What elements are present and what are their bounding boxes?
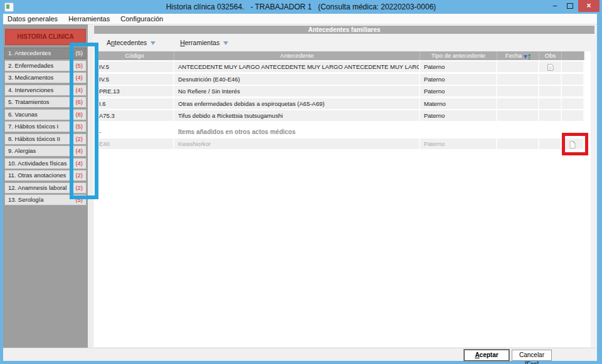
- cell-extra: [562, 138, 584, 149]
- sidebar-item-alergias[interactable]: 9. Alergias(4): [4, 145, 87, 157]
- item-count: (4): [75, 159, 83, 169]
- cell-tipo: Materno: [420, 98, 497, 109]
- cell-obs: [539, 74, 562, 85]
- item-count: (4): [75, 146, 83, 156]
- cell-extra: [562, 61, 584, 72]
- item-count: (5): [75, 61, 83, 71]
- sidebar-item-anamnesis-laboral[interactable]: 12. Anamnesis laboral(2): [4, 182, 87, 194]
- menu-item-configuracion[interactable]: Configuración: [116, 14, 167, 24]
- antecedentes-dropdown[interactable]: Antecedentes: [107, 39, 156, 46]
- cell-obs: [539, 138, 562, 149]
- sidebar-item-vacunas[interactable]: 6. Vacunas(8): [4, 109, 87, 120]
- item-count: (4): [75, 73, 83, 83]
- column-header-fecha[interactable]: FechaAZ: [497, 51, 539, 60]
- herramientas-dropdown[interactable]: Herramientas: [180, 39, 228, 46]
- sidebar-item-label: 6. Vacunas: [8, 110, 38, 120]
- cell-tipo: Paterno: [420, 86, 497, 96]
- table-row[interactable]: IV.5 ANTECEDENTE MUY LARGO ANTECEDENTE M…: [95, 61, 584, 72]
- sidebar-item-actividades-fisicas[interactable]: 10. Actividades físicas(4): [4, 158, 87, 169]
- item-count: (2): [75, 183, 83, 193]
- sidebar-item-habitos-toxicos-2[interactable]: 8. Hábitos tóxicos II(2): [4, 133, 87, 145]
- sidebar-item-label: 12. Anamnesis laboral: [8, 183, 66, 193]
- sidebar-item-intervenciones[interactable]: 4. Intervenciones(4): [4, 85, 87, 96]
- cancelar-button[interactable]: Cancelar [Esc]: [512, 350, 552, 361]
- button-label: ceptar: [480, 351, 499, 358]
- content-area: HISTORIA CLINICA 1. Antecedentes(5) 2. E…: [3, 24, 597, 348]
- cell-fecha: [497, 98, 539, 109]
- column-header-codigo[interactable]: Código: [95, 51, 174, 60]
- sidebar: HISTORIA CLINICA 1. Antecedentes(5) 2. E…: [3, 24, 88, 348]
- table-row-added[interactable]: E40 Kwashiorkor Paterno: [95, 138, 584, 149]
- document-icon[interactable]: [569, 140, 576, 149]
- column-header-antecedente[interactable]: Antecedente: [174, 51, 420, 60]
- maximize-icon: [567, 3, 573, 9]
- main-panel: Antecedentes familiares Antecedentes Her…: [93, 24, 597, 348]
- chevron-down-icon: [150, 41, 156, 45]
- minimize-button[interactable]: –: [548, 0, 562, 12]
- column-header-tipo[interactable]: Tipo de antecedente: [420, 51, 497, 60]
- cell-codigo: IV.5: [95, 61, 174, 72]
- chevron-down-icon: [223, 41, 228, 45]
- cell-obs: [539, 86, 562, 96]
- item-count: (5): [75, 48, 83, 58]
- cell-antecedente: No Refiere / Sin Interés: [174, 86, 420, 96]
- cell-codigo: E40: [95, 138, 174, 149]
- sidebar-item-label: 7. Hábitos tóxicos I: [8, 122, 58, 132]
- sidebar-header: HISTORIA CLINICA: [5, 29, 86, 45]
- sidebar-item-serologia[interactable]: 13. Serología(5): [4, 194, 87, 205]
- menu-item-herramientas[interactable]: Herramientas: [64, 14, 114, 24]
- separator-dash: -: [95, 127, 174, 137]
- sidebar-item-antecedentes[interactable]: 1. Antecedentes(5): [4, 48, 87, 59]
- sidebar-item-tratamientos[interactable]: 5. Tratamientos(6): [4, 96, 87, 108]
- app-window: Historia clínica 032564. - TRABAJADOR 1 …: [0, 0, 602, 364]
- item-count: (5): [75, 122, 83, 132]
- dropdown-label: tecedentes: [115, 39, 147, 46]
- table-row[interactable]: PRE.13 No Refiere / Sin Interés Paterno: [95, 86, 584, 96]
- item-count: (2): [75, 134, 83, 144]
- sidebar-item-medicamentos[interactable]: 3. Medicamentos(4): [4, 72, 87, 83]
- table-area: Código Antecedente Tipo de antecedente F…: [94, 51, 591, 347]
- cell-fecha: [497, 74, 539, 85]
- cell-tipo: Paterno: [420, 61, 497, 72]
- aceptar-button[interactable]: Aceptar: [464, 350, 509, 361]
- window-title: Historia clínica 032564. - TRABAJADOR 1 …: [0, 0, 602, 14]
- sidebar-item-label: 4. Intervenciones: [8, 85, 53, 95]
- table-header-row: Código Antecedente Tipo de antecedente F…: [95, 51, 584, 60]
- minimize-icon: –: [553, 1, 557, 10]
- table-row[interactable]: A75.3 Tifus debido a Rickettsia tsutsuga…: [95, 110, 584, 121]
- cell-fecha: [497, 86, 539, 96]
- item-count: (5): [75, 195, 83, 205]
- cell-fecha: [497, 110, 539, 121]
- sidebar-item-label: 10. Actividades físicas: [8, 159, 66, 169]
- table-row[interactable]: IV.5 Desnutrición (E40-E46) Paterno: [95, 74, 584, 85]
- table-row[interactable]: I.6 Otras enfermedades debidas a espiroq…: [95, 98, 584, 109]
- panel-title: Antecedentes familiares: [94, 26, 594, 34]
- sidebar-item-enfermedades[interactable]: 2. Enfermedades(5): [4, 60, 87, 71]
- sidebar-item-label: 9. Alergias: [8, 146, 36, 156]
- cell-fecha: [497, 138, 539, 149]
- document-note-icon[interactable]: [547, 63, 554, 71]
- column-header-obs[interactable]: Obs: [539, 51, 562, 60]
- cell-extra: [562, 110, 584, 121]
- maximize-button[interactable]: [563, 0, 577, 12]
- close-button[interactable]: ×: [578, 0, 599, 12]
- item-count: (6): [75, 97, 83, 107]
- cell-tipo: Paterno: [420, 110, 497, 121]
- sidebar-item-habitos-toxicos-1[interactable]: 7. Hábitos tóxicos I(5): [4, 121, 87, 132]
- cell-codigo: PRE.13: [95, 86, 174, 96]
- sidebar-item-label: 13. Serología: [8, 195, 44, 205]
- cell-extra: [562, 86, 584, 96]
- cell-antecedente: Desnutrición (E40-E46): [174, 74, 420, 85]
- cell-codigo: I.6: [95, 98, 174, 109]
- cell-obs: [539, 98, 562, 109]
- cell-antecedente: Kwashiorkor: [174, 138, 420, 149]
- cell-antecedente: Otras enfermedades debidas a espiroqueta…: [174, 98, 420, 109]
- menu-item-datos-generales[interactable]: Datos generales: [3, 14, 62, 24]
- sidebar-item-otras-anotaciones[interactable]: 11. Otras anotaciones(2): [4, 170, 87, 181]
- button-label: A: [475, 351, 479, 358]
- cell-codigo: IV.5: [95, 74, 174, 85]
- cell-codigo: A75.3: [95, 110, 174, 121]
- cell-antecedente: ANTECEDENTE MUY LARGO ANTECEDENTE MUY LA…: [174, 61, 420, 72]
- cell-obs: [539, 110, 562, 121]
- cell-tipo: Paterno: [420, 74, 497, 85]
